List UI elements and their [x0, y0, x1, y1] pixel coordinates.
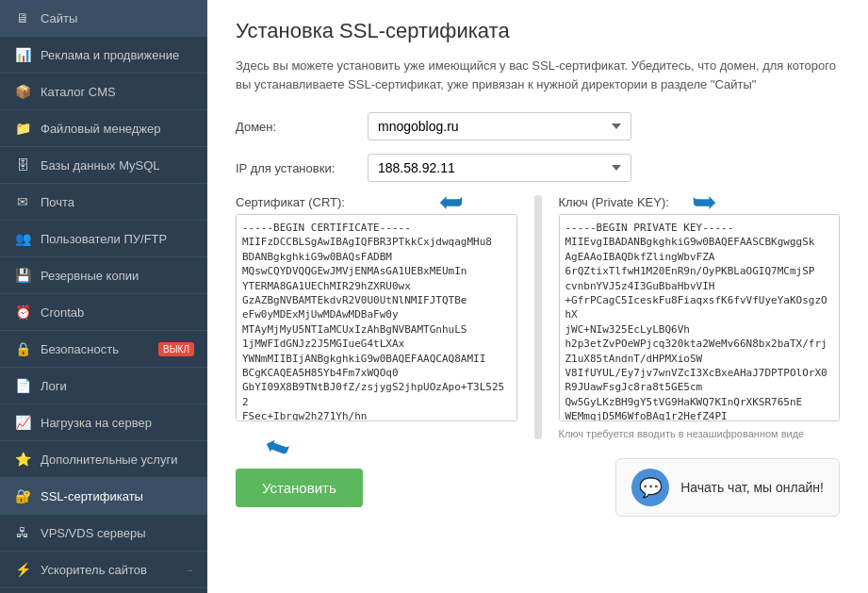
sidebar-item-ads[interactable]: 📊Реклама и продвижение [0, 37, 207, 74]
sidebar-item-extra[interactable]: ⭐Дополнительные услуги [0, 441, 207, 478]
sidebar-item-logs[interactable]: 📄Логи [0, 368, 207, 404]
ip-row: IP для установки: 188.58.92.11 [236, 154, 840, 182]
key-label: Ключ (Private KEY): [559, 195, 841, 209]
page-title: Установка SSL-сертификата [236, 19, 840, 43]
sidebar-label-filemanager: Файловый менеджер [41, 122, 194, 136]
install-row: ➦ Установить 💬 Начать чат, мы онлайн! [236, 458, 840, 517]
sidebar-item-cms[interactable]: 📦Каталог CMS [0, 74, 207, 110]
install-area: ➦ Установить [236, 469, 363, 507]
domain-row: Домен: mnogoblog.ru [236, 112, 840, 140]
ip-label: IP для установки: [236, 161, 368, 175]
sidebar-label-cron: Crontab [41, 305, 194, 320]
sidebar-label-speedup: Ускоритель сайтов [41, 563, 181, 577]
domain-label: Домен: [236, 120, 368, 134]
chat-widget[interactable]: 💬 Начать чат, мы онлайн! [615, 458, 840, 517]
mail-icon: ✉ [13, 192, 32, 211]
sidebar-item-backup[interactable]: 💾Резервные копии [0, 257, 207, 294]
sidebar-label-cms: Каталог CMS [41, 85, 194, 99]
sidebar-item-load[interactable]: 📈Нагрузка на сервер [0, 404, 207, 441]
speedup-icon: ⚡ [13, 560, 32, 579]
extra-icon: ⭐ [13, 450, 32, 469]
ip-select-wrapper: 188.58.92.11 [368, 154, 631, 182]
sidebar-item-speedup[interactable]: ⚡Ускоритель сайтов→ [0, 552, 207, 588]
ftp-icon: 👥 [13, 229, 32, 248]
cron-icon: ⏰ [13, 303, 32, 321]
ads-icon: 📊 [13, 45, 32, 64]
sites-icon: 🖥 [13, 8, 32, 27]
sidebar-label-security: Безопасность [41, 342, 154, 356]
arrow-speedup: → [185, 565, 194, 575]
splitter[interactable] [534, 195, 542, 439]
sidebar-item-mysql[interactable]: 🗄Базы данных MySQL [0, 147, 207, 184]
logs-icon: 📄 [13, 376, 32, 395]
sidebar-label-load: Нагрузка на сервер [41, 416, 194, 430]
sidebar-item-ftp[interactable]: 👥Пользователи ПУ/FTP [0, 221, 207, 257]
domain-select[interactable]: mnogoblog.ru [368, 112, 631, 140]
key-textarea[interactable] [559, 214, 841, 421]
key-block: Ключ (Private KEY): Ключ требуется вводи… [559, 195, 841, 439]
sidebar-label-logs: Логи [41, 379, 194, 393]
sidebar-item-security[interactable]: 🔒БезопасностьВЫКЛ [0, 331, 207, 368]
chat-icon: 💬 [631, 469, 669, 506]
sidebar-item-ssl[interactable]: 🔐SSL-сертификаты [0, 478, 207, 515]
sidebar-label-ftp: Пользователи ПУ/FTP [41, 232, 194, 246]
mysql-icon: 🗄 [13, 156, 32, 174]
sidebar-label-ssl: SSL-сертификаты [41, 489, 194, 503]
cert-label: Сертификат (CRT): [236, 195, 517, 209]
domain-select-wrapper: mnogoblog.ru [368, 112, 631, 140]
security-icon: 🔒 [13, 339, 32, 358]
sidebar-item-vps[interactable]: 🖧VPS/VDS серверы [0, 515, 207, 552]
sidebar-item-mail[interactable]: ✉Почта [0, 184, 207, 221]
sidebar-label-sites: Сайты [41, 11, 194, 25]
cert-block: Сертификат (CRT): [236, 195, 517, 439]
cert-textarea[interactable] [236, 214, 517, 421]
badge-security: ВЫКЛ [158, 342, 194, 356]
backup-icon: 💾 [13, 266, 32, 285]
sidebar-item-cron[interactable]: ⏰Crontab [0, 294, 207, 331]
page-description: Здесь вы можете установить уже имеющийся… [236, 57, 840, 93]
ip-select[interactable]: 188.58.92.11 [368, 154, 631, 182]
sidebar-label-backup: Резервные копии [41, 269, 194, 283]
load-icon: 📈 [13, 413, 32, 432]
main-content: Установка SSL-сертификата Здесь вы может… [207, 0, 868, 593]
cert-key-row: Сертификат (CRT): Ключ (Private KEY): Кл… [236, 195, 840, 439]
sidebar-label-mysql: Базы данных MySQL [41, 158, 194, 173]
sidebar-label-ads: Реклама и продвижение [41, 48, 194, 62]
filemanager-icon: 📁 [13, 119, 32, 138]
sidebar-item-sites[interactable]: 🖥Сайты [0, 0, 207, 37]
sidebar-label-vps: VPS/VDS серверы [41, 526, 194, 540]
ssl-icon: 🔐 [13, 486, 32, 505]
sidebar-item-filemanager[interactable]: 📁Файловый менеджер [0, 110, 207, 147]
sidebar-item-ide[interactable]: 💻IDE→ [0, 588, 207, 593]
sidebar-label-extra: Дополнительные услуги [41, 453, 194, 467]
install-button[interactable]: Установить [236, 469, 363, 507]
key-note: Ключ требуется вводить в незашифрованном… [559, 428, 841, 439]
sidebar: 🖥Сайты📊Реклама и продвижение📦Каталог CMS… [0, 0, 207, 593]
vps-icon: 🖧 [13, 523, 32, 542]
sidebar-label-mail: Почта [41, 195, 194, 209]
cms-icon: 📦 [13, 82, 32, 101]
chat-text: Начать чат, мы онлайн! [680, 480, 824, 495]
